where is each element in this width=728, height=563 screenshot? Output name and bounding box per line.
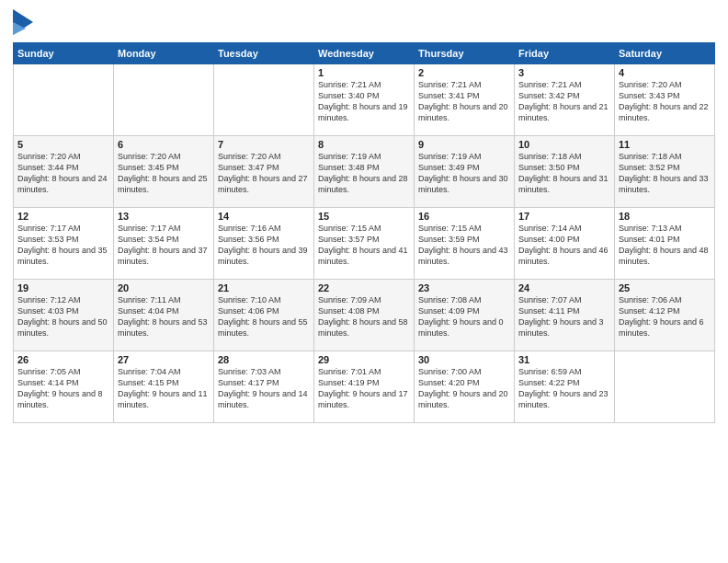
- day-cell: 3Sunrise: 7:21 AM Sunset: 3:42 PM Daylig…: [515, 64, 615, 136]
- day-number: 3: [518, 67, 610, 78]
- day-cell: [14, 64, 114, 136]
- day-info: Sunrise: 7:06 AM Sunset: 4:12 PM Dayligh…: [619, 294, 711, 339]
- day-number: 6: [118, 139, 210, 150]
- day-info: Sunrise: 7:17 AM Sunset: 3:53 PM Dayligh…: [17, 223, 109, 268]
- day-info: Sunrise: 7:20 AM Sunset: 3:45 PM Dayligh…: [118, 151, 210, 196]
- calendar: SundayMondayTuesdayWednesdayThursdayFrid…: [13, 42, 715, 423]
- week-row-2: 5Sunrise: 7:20 AM Sunset: 3:44 PM Daylig…: [14, 136, 715, 208]
- week-row-4: 19Sunrise: 7:12 AM Sunset: 4:03 PM Dayli…: [14, 280, 715, 351]
- day-cell: 9Sunrise: 7:19 AM Sunset: 3:49 PM Daylig…: [415, 136, 515, 208]
- weekday-header-friday: Friday: [515, 43, 615, 64]
- day-cell: 22Sunrise: 7:09 AM Sunset: 4:08 PM Dayli…: [314, 280, 415, 351]
- day-info: Sunrise: 7:04 AM Sunset: 4:15 PM Dayligh…: [118, 366, 210, 411]
- day-cell: 5Sunrise: 7:20 AM Sunset: 3:44 PM Daylig…: [14, 136, 114, 208]
- day-cell: [214, 64, 314, 136]
- day-cell: 7Sunrise: 7:20 AM Sunset: 3:47 PM Daylig…: [214, 136, 314, 208]
- day-cell: 12Sunrise: 7:17 AM Sunset: 3:53 PM Dayli…: [14, 208, 114, 280]
- day-cell: 26Sunrise: 7:05 AM Sunset: 4:14 PM Dayli…: [14, 351, 114, 423]
- day-info: Sunrise: 7:21 AM Sunset: 3:40 PM Dayligh…: [318, 79, 410, 124]
- weekday-header-saturday: Saturday: [615, 43, 715, 64]
- day-cell: 31Sunrise: 6:59 AM Sunset: 4:22 PM Dayli…: [515, 351, 615, 423]
- day-cell: 24Sunrise: 7:07 AM Sunset: 4:11 PM Dayli…: [515, 280, 615, 351]
- day-cell: [615, 351, 715, 423]
- day-cell: [114, 64, 214, 136]
- day-number: 14: [218, 211, 310, 222]
- day-info: Sunrise: 7:12 AM Sunset: 4:03 PM Dayligh…: [17, 294, 109, 339]
- day-cell: 25Sunrise: 7:06 AM Sunset: 4:12 PM Dayli…: [615, 280, 715, 351]
- day-number: 8: [318, 139, 410, 150]
- day-cell: 1Sunrise: 7:21 AM Sunset: 3:40 PM Daylig…: [314, 64, 415, 136]
- day-info: Sunrise: 7:20 AM Sunset: 3:47 PM Dayligh…: [218, 151, 310, 196]
- day-info: Sunrise: 7:01 AM Sunset: 4:19 PM Dayligh…: [318, 366, 410, 411]
- page: SundayMondayTuesdayWednesdayThursdayFrid…: [0, 0, 728, 563]
- day-number: 29: [318, 354, 410, 365]
- day-info: Sunrise: 7:15 AM Sunset: 3:59 PM Dayligh…: [418, 223, 510, 268]
- day-info: Sunrise: 7:07 AM Sunset: 4:11 PM Dayligh…: [518, 294, 610, 339]
- day-info: Sunrise: 7:09 AM Sunset: 4:08 PM Dayligh…: [318, 294, 410, 339]
- day-cell: 8Sunrise: 7:19 AM Sunset: 3:48 PM Daylig…: [314, 136, 415, 208]
- day-number: 10: [518, 139, 610, 150]
- week-row-3: 12Sunrise: 7:17 AM Sunset: 3:53 PM Dayli…: [14, 208, 715, 280]
- day-info: Sunrise: 7:20 AM Sunset: 3:44 PM Dayligh…: [17, 151, 109, 196]
- day-cell: 6Sunrise: 7:20 AM Sunset: 3:45 PM Daylig…: [114, 136, 214, 208]
- day-cell: 27Sunrise: 7:04 AM Sunset: 4:15 PM Dayli…: [114, 351, 214, 423]
- day-info: Sunrise: 7:05 AM Sunset: 4:14 PM Dayligh…: [17, 366, 109, 411]
- day-number: 23: [418, 282, 510, 293]
- weekday-header-tuesday: Tuesday: [214, 43, 314, 64]
- week-row-1: 1Sunrise: 7:21 AM Sunset: 3:40 PM Daylig…: [14, 64, 715, 136]
- day-number: 22: [318, 282, 410, 293]
- day-number: 30: [418, 354, 510, 365]
- day-cell: 19Sunrise: 7:12 AM Sunset: 4:03 PM Dayli…: [14, 280, 114, 351]
- logo: [13, 9, 35, 35]
- day-cell: 13Sunrise: 7:17 AM Sunset: 3:54 PM Dayli…: [114, 208, 214, 280]
- day-number: 1: [318, 67, 410, 78]
- day-cell: 18Sunrise: 7:13 AM Sunset: 4:01 PM Dayli…: [615, 208, 715, 280]
- weekday-header-thursday: Thursday: [415, 43, 515, 64]
- day-cell: 23Sunrise: 7:08 AM Sunset: 4:09 PM Dayli…: [415, 280, 515, 351]
- day-number: 16: [418, 211, 510, 222]
- day-info: Sunrise: 7:17 AM Sunset: 3:54 PM Dayligh…: [118, 223, 210, 268]
- day-number: 31: [518, 354, 610, 365]
- day-info: Sunrise: 7:19 AM Sunset: 3:49 PM Dayligh…: [418, 151, 510, 196]
- day-cell: 16Sunrise: 7:15 AM Sunset: 3:59 PM Dayli…: [415, 208, 515, 280]
- day-number: 20: [118, 282, 210, 293]
- day-number: 28: [218, 354, 310, 365]
- day-cell: 15Sunrise: 7:15 AM Sunset: 3:57 PM Dayli…: [314, 208, 415, 280]
- day-number: 11: [619, 139, 711, 150]
- day-number: 13: [118, 211, 210, 222]
- day-info: Sunrise: 7:13 AM Sunset: 4:01 PM Dayligh…: [619, 223, 711, 268]
- day-number: 17: [518, 211, 610, 222]
- day-number: 19: [17, 282, 109, 293]
- day-info: Sunrise: 7:21 AM Sunset: 3:41 PM Dayligh…: [418, 79, 510, 124]
- day-number: 25: [619, 282, 711, 293]
- day-cell: 17Sunrise: 7:14 AM Sunset: 4:00 PM Dayli…: [515, 208, 615, 280]
- day-number: 2: [418, 67, 510, 78]
- day-info: Sunrise: 7:20 AM Sunset: 3:43 PM Dayligh…: [619, 79, 711, 124]
- day-info: Sunrise: 7:16 AM Sunset: 3:56 PM Dayligh…: [218, 223, 310, 268]
- day-cell: 11Sunrise: 7:18 AM Sunset: 3:52 PM Dayli…: [615, 136, 715, 208]
- day-number: 27: [118, 354, 210, 365]
- day-info: Sunrise: 7:08 AM Sunset: 4:09 PM Dayligh…: [418, 294, 510, 339]
- header: [13, 9, 715, 35]
- day-number: 4: [619, 67, 711, 78]
- day-number: 12: [17, 211, 109, 222]
- day-number: 18: [619, 211, 711, 222]
- day-number: 21: [218, 282, 310, 293]
- day-cell: 21Sunrise: 7:10 AM Sunset: 4:06 PM Dayli…: [214, 280, 314, 351]
- day-info: Sunrise: 7:10 AM Sunset: 4:06 PM Dayligh…: [218, 294, 310, 339]
- day-info: Sunrise: 7:11 AM Sunset: 4:04 PM Dayligh…: [118, 294, 210, 339]
- weekday-header-wednesday: Wednesday: [314, 43, 415, 64]
- day-number: 24: [518, 282, 610, 293]
- day-info: Sunrise: 7:18 AM Sunset: 3:50 PM Dayligh…: [518, 151, 610, 196]
- day-cell: 30Sunrise: 7:00 AM Sunset: 4:20 PM Dayli…: [415, 351, 515, 423]
- day-number: 7: [218, 139, 310, 150]
- day-number: 26: [17, 354, 109, 365]
- week-row-5: 26Sunrise: 7:05 AM Sunset: 4:14 PM Dayli…: [14, 351, 715, 423]
- weekday-header-row: SundayMondayTuesdayWednesdayThursdayFrid…: [14, 43, 715, 64]
- day-info: Sunrise: 7:14 AM Sunset: 4:00 PM Dayligh…: [518, 223, 610, 268]
- day-info: Sunrise: 7:00 AM Sunset: 4:20 PM Dayligh…: [418, 366, 510, 411]
- weekday-header-monday: Monday: [114, 43, 214, 64]
- day-number: 9: [418, 139, 510, 150]
- day-cell: 10Sunrise: 7:18 AM Sunset: 3:50 PM Dayli…: [515, 136, 615, 208]
- day-info: Sunrise: 7:15 AM Sunset: 3:57 PM Dayligh…: [318, 223, 410, 268]
